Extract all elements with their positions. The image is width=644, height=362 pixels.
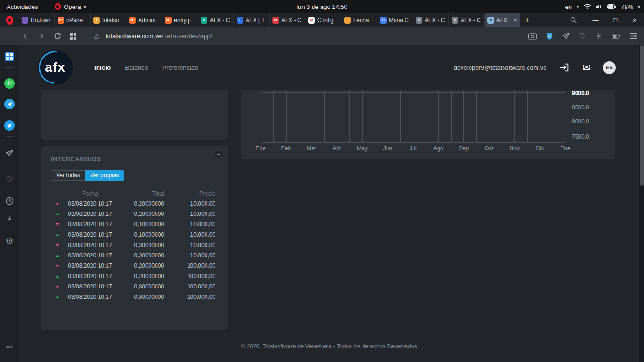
url-domain: totalsoftware.com.ve [106,33,162,40]
trade-direction-icon [56,265,59,267]
close-window-button[interactable]: × [632,16,636,24]
browser-tab[interactable]: c AFX - C × [449,13,485,27]
minimize-button[interactable]: — [592,16,598,24]
nav-item[interactable]: Inicio [94,64,111,71]
trade-precio: 10.000,00 [164,200,218,207]
browser-tab[interactable]: cP cPanel × [55,13,91,27]
nav-item[interactable]: Preferencias [162,64,198,71]
reload-icon[interactable] [54,33,61,40]
browser-tab[interactable]: T AFX | T × [234,13,270,27]
x-axis-label: Nov [505,145,524,152]
browser-tab[interactable]: a AFX × [485,13,520,27]
trade-precio: 10.000,00 [164,242,218,248]
my-flow-sidebar-icon[interactable] [5,149,14,158]
trade-direction-icon [56,203,59,205]
page-footer: © 2020. Totalsoftware de Venezuela - Tod… [19,343,639,350]
browser-tab[interactable]: M AFX - C × [270,13,305,27]
browser-tab[interactable]: IlloJuan × [19,13,55,27]
battery-saver-icon[interactable] [612,34,620,39]
site-not-secure-icon[interactable]: ⚠ [94,33,100,40]
snapshot-camera-icon[interactable] [528,33,537,40]
tab-close-icon[interactable]: × [513,16,517,24]
new-tab-button[interactable]: + [520,13,534,27]
ver-todas-button[interactable]: Ver todas [51,170,85,181]
url-path: /~afxuser/dev/app/ [162,33,212,40]
browser-tab[interactable]: M Config × [305,13,341,27]
browser-tab[interactable]: a AFX - C × [198,13,234,27]
logout-icon[interactable] [559,62,570,73]
opera-logo[interactable] [0,13,19,27]
trade-precio: 10.000,00 [164,252,218,259]
adblock-shield-icon[interactable] [546,32,553,40]
trade-fecha: 03/08/2020 10:17 [63,221,117,228]
header-right: developer9@totalsoftware.com.ve ✉ ES [454,61,616,74]
collapse-card-icon[interactable] [215,151,222,158]
trade-precio: 100.000,00 [164,273,218,280]
volume-icon[interactable] [596,4,603,9]
scrollbar-thumb[interactable] [640,45,644,186]
nav-item[interactable]: Balance [125,64,148,71]
downloads-sidebar-icon[interactable] [5,215,14,223]
browser-tab[interactable]: cP entry.p × [162,13,198,27]
column-total: Total [117,190,164,197]
trades-card: INTERCAMBIOS Ver todas Ver propias Fecha… [41,146,228,330]
url-field[interactable]: totalsoftware.com.ve/~afxuser/dev/app/ [106,33,213,40]
telegram-icon[interactable] [4,99,15,109]
trade-direction-icon [56,223,59,226]
page-scrollbar[interactable] [639,45,644,362]
opera-icon [55,3,61,10]
afx-logo[interactable]: afx [38,50,73,85]
x-axis-label: Dic [530,145,549,152]
forward-icon[interactable] [38,33,45,40]
trade-direction-icon [56,255,59,257]
browser-tab[interactable]: t totalso × [91,13,126,27]
tab-favicon-icon: c [416,17,422,24]
search-icon[interactable] [570,16,577,24]
x-axis-label: May [353,145,372,152]
messages-envelope-icon[interactable]: ✉ [582,62,591,73]
y-axis-tick: 9000.0 [572,90,589,97]
whatsapp-icon[interactable]: ✆ [4,78,15,89]
trade-fecha: 03/08/2020 10:17 [63,211,117,217]
browser-tab[interactable]: Fecha × [341,13,377,27]
trade-total: 0,10000000 [117,231,164,238]
bookmark-heart-icon[interactable]: ♡ [579,33,586,40]
twitter-icon[interactable] [4,120,15,131]
user-avatar[interactable]: ES [603,61,616,74]
trade-total: 0,30000000 [117,252,164,259]
battery-icon[interactable] [607,4,616,9]
caret-down-icon: ▾ [84,4,86,9]
ver-propias-button[interactable]: Ver propias [85,170,124,181]
chart-y-axis: 9000.08500.08000.07500.0 [572,90,610,143]
personal-news-heart-icon[interactable]: ♡ [6,174,13,184]
tab-label: Maria C [389,17,410,24]
browser-tab[interactable]: cP Admini × [126,13,162,27]
app-menu-label: Opera [64,3,81,10]
sidebar-setup-dots-icon[interactable]: ••• [6,344,13,350]
speed-dial-icon[interactable] [5,52,14,61]
history-icon[interactable] [5,197,14,206]
wifi-icon[interactable] [584,4,591,9]
maximize-button[interactable]: □ [613,16,617,24]
easy-setup-sliders-icon[interactable] [630,33,637,40]
trade-row: 03/08/2020 10:17 0,30000000 10.000,00 [51,250,218,261]
keyboard-layout-indicator[interactable]: en [565,3,571,10]
browser-tab[interactable]: G Maria C × [377,13,413,27]
opera-app-menu[interactable]: Opera ▾ [55,3,86,10]
downloads-icon[interactable] [595,33,603,40]
speed-dial-grid-icon[interactable] [70,33,76,40]
browser-tab[interactable]: c AFX - C × [413,13,449,27]
settings-gear-icon[interactable]: ⚙ [5,236,13,247]
tab-label: entry.p [174,17,195,24]
trade-precio: 100.000,00 [164,263,218,269]
trade-fecha: 03/08/2020 10:17 [63,231,117,238]
my-flow-icon[interactable] [562,33,570,40]
trade-fecha: 03/08/2020 10:17 [63,252,117,259]
tab-favicon-icon [344,17,351,24]
trade-total: 0,20000000 [117,211,164,217]
clock[interactable]: lun 3 de ago 14:50 [297,3,347,10]
back-icon[interactable] [22,33,29,40]
activities-button[interactable]: Actividades [7,3,38,10]
screen: Actividades Opera ▾ lun 3 de ago 14:50 e… [0,0,644,362]
trade-fecha: 03/08/2020 10:17 [63,263,117,269]
